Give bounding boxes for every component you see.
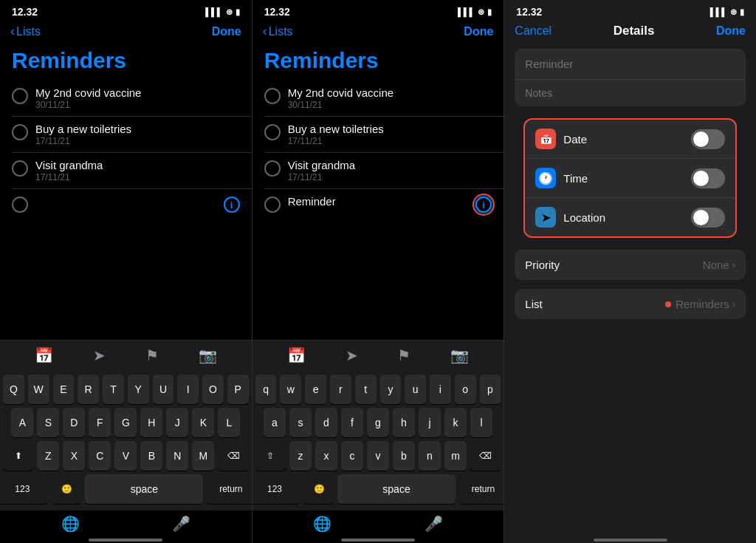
key-g[interactable]: G (114, 408, 137, 437)
key-t[interactable]: T (103, 375, 124, 404)
back-button-2[interactable]: ‹ Lists (263, 24, 293, 39)
key-o[interactable]: O (202, 375, 224, 404)
globe-icon-2[interactable]: 🌐 (313, 515, 331, 533)
done-button-1[interactable]: Done (212, 25, 241, 38)
flag-icon[interactable]: ⚑ (145, 346, 159, 364)
key-b[interactable]: B (140, 441, 162, 471)
reminder-input[interactable] (515, 49, 746, 79)
key-return[interactable]: return (207, 474, 252, 504)
key-a[interactable]: A (11, 408, 33, 437)
key-emoji[interactable]: 🙂 (52, 474, 81, 504)
key-j[interactable]: J (166, 408, 188, 437)
key-w2[interactable]: w (280, 375, 301, 404)
new-item-row[interactable]: i (12, 189, 252, 219)
camera-icon[interactable]: 📷 (199, 346, 217, 364)
location-toggle[interactable] (691, 208, 725, 228)
globe-icon[interactable]: 🌐 (61, 515, 80, 533)
item-circle-p2-2[interactable] (264, 124, 281, 140)
key-y[interactable]: Y (128, 375, 149, 404)
key-v[interactable]: V (114, 441, 137, 471)
key-h2[interactable]: h (393, 408, 415, 437)
key-p[interactable]: P (227, 375, 249, 404)
key-q2[interactable]: q (255, 375, 277, 404)
key-r2[interactable]: r (330, 375, 351, 404)
time-toggle[interactable] (691, 168, 725, 188)
item-circle-p2-3[interactable] (264, 160, 281, 177)
key-g2[interactable]: g (367, 408, 389, 437)
key-space[interactable]: space (85, 474, 203, 504)
key-y2[interactable]: y (380, 375, 402, 404)
key-v2[interactable]: v (367, 441, 389, 471)
date-toggle[interactable] (691, 129, 725, 149)
key-shift2[interactable]: ⇧ (255, 441, 286, 471)
camera-icon-2[interactable]: 📷 (450, 346, 469, 364)
key-delete[interactable]: ⌫ (218, 441, 248, 471)
info-button-highlighted[interactable]: i (475, 197, 492, 213)
item-circle-2[interactable] (12, 124, 28, 140)
item-circle-1[interactable] (12, 88, 28, 104)
new-item-input[interactable] (35, 195, 216, 208)
flag-icon-2[interactable]: ⚑ (397, 346, 410, 364)
calendar-icon-2[interactable]: 📅 (287, 346, 306, 364)
key-k2[interactable]: k (444, 408, 467, 437)
key-i[interactable]: I (177, 375, 199, 404)
cancel-button[interactable]: Cancel (515, 24, 551, 38)
key-h[interactable]: H (140, 408, 162, 437)
calendar-icon[interactable]: 📅 (35, 346, 53, 364)
key-b2[interactable]: b (393, 441, 415, 471)
key-o2[interactable]: o (455, 375, 476, 404)
key-m2[interactable]: m (444, 441, 467, 471)
key-n2[interactable]: n (419, 441, 441, 471)
location-icon[interactable]: ➤ (93, 346, 106, 364)
key-f2[interactable]: f (341, 408, 363, 437)
key-j2[interactable]: j (419, 408, 441, 437)
info-button-1[interactable]: i (224, 197, 240, 213)
item-circle-p2-1[interactable] (264, 88, 281, 104)
key-s2[interactable]: s (289, 408, 312, 437)
key-shift[interactable]: ⬆ (3, 441, 33, 471)
key-i2[interactable]: i (430, 375, 451, 404)
key-123[interactable]: 123 (0, 474, 48, 504)
key-123-2[interactable]: 123 (252, 474, 300, 504)
key-u2[interactable]: u (405, 375, 426, 404)
details-done-button[interactable]: Done (716, 24, 746, 38)
key-return2[interactable]: return (459, 474, 504, 504)
key-d2[interactable]: d (315, 408, 337, 437)
done-button-2[interactable]: Done (464, 25, 493, 38)
key-l2[interactable]: l (470, 408, 492, 437)
key-q[interactable]: Q (3, 375, 24, 404)
mic-icon[interactable]: 🎤 (172, 515, 190, 533)
key-z[interactable]: Z (37, 441, 59, 471)
key-x2[interactable]: x (315, 441, 337, 471)
key-e2[interactable]: e (305, 375, 326, 404)
key-p2[interactable]: p (480, 375, 501, 404)
key-delete2[interactable]: ⌫ (470, 441, 501, 471)
back-button-1[interactable]: ‹ Lists (10, 24, 41, 39)
key-s[interactable]: S (37, 408, 59, 437)
key-space2[interactable]: space (337, 474, 456, 504)
key-u[interactable]: U (153, 375, 174, 404)
key-k[interactable]: K (192, 408, 214, 437)
key-d[interactable]: D (63, 408, 85, 437)
key-e[interactable]: E (53, 375, 75, 404)
key-emoji2[interactable]: 🙂 (304, 474, 334, 504)
key-l[interactable]: L (218, 408, 240, 437)
reminder-circle[interactable] (264, 197, 281, 213)
key-n[interactable]: N (166, 441, 188, 471)
key-r[interactable]: R (78, 375, 99, 404)
item-circle-3[interactable] (12, 160, 28, 177)
key-x[interactable]: X (63, 441, 85, 471)
notes-input[interactable] (515, 79, 746, 106)
location-icon-2[interactable]: ➤ (346, 346, 358, 364)
key-a2[interactable]: a (264, 408, 286, 437)
priority-row[interactable]: Priority None › (515, 250, 746, 280)
key-f[interactable]: F (89, 408, 111, 437)
key-w[interactable]: W (28, 375, 49, 404)
mic-icon-2[interactable]: 🎤 (425, 515, 443, 533)
list-row[interactable]: List Reminders › (515, 289, 746, 319)
key-c[interactable]: C (89, 441, 111, 471)
key-m[interactable]: M (192, 441, 214, 471)
key-t2[interactable]: t (355, 375, 377, 404)
key-c2[interactable]: c (341, 441, 363, 471)
key-z2[interactable]: z (289, 441, 312, 471)
